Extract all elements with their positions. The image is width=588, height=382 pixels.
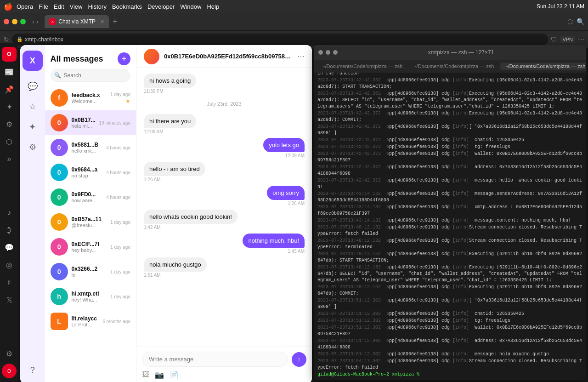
- sidebar-tiktok-icon[interactable]: ♯: [2, 275, 17, 290]
- sidebar-music-icon[interactable]: ♪: [2, 205, 17, 220]
- search-icon[interactable]: 🔍: [577, 18, 584, 25]
- forward-icon[interactable]: ›: [36, 18, 39, 25]
- terminal-line: 2023-07-23T13:51:12.302 app[4d8966efee91…: [317, 351, 582, 358]
- list-item[interactable]: 0 0xECfF...7f hey baby... 1 day ago: [45, 234, 136, 259]
- active-tab[interactable]: X Chat via XMTP ✕: [45, 15, 109, 28]
- list-item[interactable]: h hi.xmtp.etl hey! Wha... 1 day ago: [45, 284, 136, 309]
- sidebar-settings-icon[interactable]: ⚙: [2, 117, 17, 131]
- chat-nav-settings-icon[interactable]: ⚙: [24, 139, 41, 155]
- sidebar-expand-icon[interactable]: »: [2, 152, 17, 166]
- bookmark-icon[interactable]: ⋯: [578, 36, 584, 43]
- list-item[interactable]: L lit.relaycc Lit Prot... 6 months ago: [45, 309, 136, 334]
- menu-bookmarks[interactable]: Bookmarks: [112, 3, 142, 10]
- minimize-button[interactable]: [12, 19, 17, 24]
- conv-preview: hello xmt...: [72, 148, 103, 154]
- terminal-line: 2023-07-23T13:43:14.132 app[4d8966efee91…: [317, 217, 582, 224]
- terminal-body[interactable]: 1263350425 LIMIT 1;2023-07-22T23:26:01.0…: [314, 73, 586, 380]
- sidebar-bottom-settings-icon[interactable]: ⚙: [2, 346, 17, 361]
- chat-header: 0x0B17E6eD0bA925EFd12d5f69cc8b09758c21F3…: [136, 45, 312, 68]
- message-bubble: hello - i am so tired: [144, 162, 205, 176]
- conv-info: 0x0B17... hola mi...: [72, 117, 96, 129]
- message-time: 1:26 AM: [144, 177, 161, 182]
- menu-opera[interactable]: Opera: [17, 3, 33, 10]
- send-button[interactable]: ↑: [292, 352, 306, 367]
- sidebar-ai-icon[interactable]: ✦: [2, 99, 17, 114]
- menu-history[interactable]: History: [88, 3, 106, 10]
- conv-meta: 6 months ago: [102, 319, 130, 324]
- main-content: X 💬 ☆ ✦ ⚙ ? All messages + 🔍: [18, 43, 588, 382]
- terminal-tab-3[interactable]: ~/Documents/Code/xmtpizza — zsh: [500, 63, 586, 70]
- term-minimize-button[interactable]: [326, 50, 330, 55]
- back-icon[interactable]: ‹: [32, 18, 34, 25]
- terminal-line: 2023-07-23T13:48:12.132 app[4d8966efee91…: [317, 238, 582, 251]
- term-maximize-button[interactable]: [333, 50, 338, 55]
- chat-nav-help-icon[interactable]: ?: [24, 362, 41, 378]
- browser-window: ‹ › X Chat via XMTP ✕ + ⬡ 🔍 ↻ 🔒 xmtp.cha…: [0, 13, 588, 382]
- conv-info: 0x5881...B hello xmt...: [72, 142, 103, 154]
- conv-meta: 1 day ago: [110, 269, 130, 274]
- avatar: 0: [51, 139, 68, 156]
- sidebar-extensions-icon[interactable]: ⬡: [2, 134, 17, 149]
- message-bubble: nothing much, hbu!: [243, 234, 305, 248]
- conv-time: 1 day ago: [110, 245, 130, 250]
- tab-close-icon[interactable]: ✕: [100, 19, 104, 25]
- list-item[interactable]: 0 0x0B17... hola mi... 19 minutes ago: [45, 110, 136, 135]
- chat-user-avatar: X: [23, 51, 43, 71]
- list-item[interactable]: 0 0x9FD0... how aare... 4 hours ago: [45, 185, 136, 210]
- apple-menu[interactable]: 🍎: [4, 2, 13, 11]
- vpn-icon[interactable]: VPN: [560, 36, 575, 43]
- sidebar-feed-icon[interactable]: 📰: [2, 64, 17, 79]
- close-button[interactable]: [4, 19, 9, 24]
- search-input[interactable]: [51, 69, 130, 82]
- add-conversation-button[interactable]: +: [118, 52, 130, 65]
- chat-header-more-icon[interactable]: ⋯: [297, 52, 305, 61]
- sidebar-instagram-icon[interactable]: ◎: [2, 258, 17, 273]
- opera-home-icon[interactable]: O: [2, 47, 17, 62]
- chat-nav-discover-icon[interactable]: ✦: [24, 119, 41, 135]
- list-item[interactable]: 0 0xB57a...11 @freeslu... 1 day ago: [45, 210, 136, 234]
- new-tab-button[interactable]: +: [113, 17, 118, 27]
- conv-time: 1 day ago: [110, 92, 130, 97]
- list-item[interactable]: 0 0x5881...B hello xmt... 4 hours ago: [45, 135, 136, 160]
- terminal-tab-1[interactable]: ~/Documents/Code/xmtpizza — zsh: [317, 63, 407, 70]
- video-attach-icon[interactable]: 📷: [155, 371, 164, 379]
- sidebar-twitter-icon[interactable]: 𝕏: [2, 293, 17, 308]
- menu-view[interactable]: View: [70, 3, 83, 10]
- sidebar-user-icon[interactable]: O: [2, 364, 17, 378]
- message-bubble: omg sorry: [267, 186, 305, 200]
- list-item[interactable]: f feedback.x Welcome... 1 day ago ★: [45, 86, 136, 110]
- file-attach-icon[interactable]: 📄: [170, 371, 179, 379]
- sidebar-messenger-icon[interactable]: 💬: [2, 240, 17, 255]
- menu-file[interactable]: File: [39, 3, 48, 10]
- reload-icon[interactable]: ↻: [4, 36, 9, 43]
- chat-nav-star-icon[interactable]: ☆: [24, 98, 41, 115]
- sidebar-pinboard-icon[interactable]: 📌: [2, 82, 17, 97]
- conv-time: 4 hours ago: [106, 170, 130, 175]
- maximize-button[interactable]: [20, 19, 26, 24]
- address-icons: 🛡 VPN ⋯: [551, 36, 584, 43]
- list-item[interactable]: 0 0x3266...2 hi 1 day ago: [45, 259, 136, 284]
- message-input[interactable]: [142, 352, 288, 367]
- term-close-button[interactable]: [318, 50, 323, 55]
- message-time: 12:09 AM: [285, 153, 305, 158]
- menu-window[interactable]: Window: [180, 3, 201, 10]
- menubar-items: Opera File Edit View History Bookmarks D…: [17, 3, 219, 10]
- menu-edit[interactable]: Edit: [54, 3, 64, 10]
- date-divider: July 23rd, 2023: [144, 101, 305, 107]
- menu-developer[interactable]: Developer: [147, 3, 175, 10]
- terminal-line: 2023-07-23T13:48:12.152 app[4d8966efee91…: [317, 264, 582, 284]
- conv-preview: Welcome...: [72, 98, 107, 104]
- sidebar-wallet-icon[interactable]: ₿: [2, 223, 17, 238]
- avatar: 0: [51, 164, 68, 181]
- image-attach-icon[interactable]: 🖼: [142, 371, 149, 379]
- terminal-line: 2023-07-23T13:43:14.132 app[4d8966efee91…: [317, 191, 582, 204]
- terminal-tab-2[interactable]: ~/Documents/Code/xmtpizza — zsh: [409, 63, 498, 70]
- terminal-tabs: ~/Documents/Code/xmtpizza — zsh ~/Docume…: [314, 60, 586, 73]
- menu-help[interactable]: Help: [207, 3, 219, 10]
- chat-nav-messages-icon[interactable]: 💬: [24, 78, 41, 95]
- extensions-icon[interactable]: ⬡: [567, 18, 573, 25]
- ad-block-icon[interactable]: 🛡: [551, 36, 557, 43]
- conversations-title: All messages: [51, 54, 103, 64]
- list-item[interactable]: 0 0x9684...a no stop 4 hours ago: [45, 160, 136, 185]
- terminal-line: 2023-07-23T13:42:42.372 app[4d8966efee91…: [317, 151, 582, 164]
